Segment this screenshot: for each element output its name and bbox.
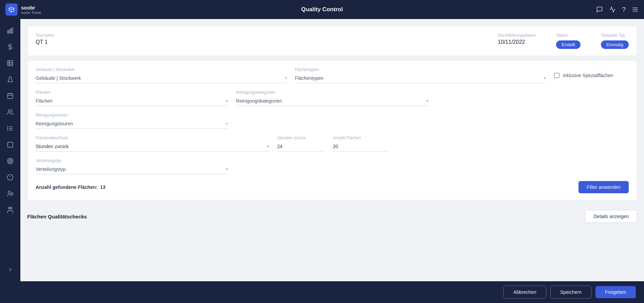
reinigungskategorien-chevron-icon: ▾ bbox=[426, 99, 428, 103]
tourname-value: QT 1 bbox=[36, 39, 498, 45]
sidebar-item-dollar[interactable] bbox=[3, 39, 18, 54]
svg-point-32 bbox=[8, 207, 11, 209]
verteilungstyp-select[interactable]: Verteilungstyp ▾ bbox=[36, 164, 228, 174]
reinigungstouren-field: Reinigungstouren Reinigungstouren ▾ bbox=[36, 113, 228, 129]
sidebar bbox=[0, 19, 20, 281]
verteilungstyp-chevron-icon: ▾ bbox=[226, 167, 228, 172]
details-anzeigen-button[interactable]: Details anzeigen bbox=[585, 210, 637, 223]
sidebar-item-team[interactable] bbox=[3, 105, 18, 120]
sidebar-item-list[interactable] bbox=[3, 121, 18, 136]
svg-rect-4 bbox=[10, 29, 11, 33]
chat-icon[interactable] bbox=[596, 6, 603, 13]
anzahl-gefundene-value: 13 bbox=[100, 184, 106, 190]
topbar: soobr soobr Tower Quality Control ? bbox=[0, 0, 644, 19]
reinigungskategorien-select[interactable]: Reinigungskategorien ▾ bbox=[236, 96, 428, 106]
content-area: Tourname QT 1 Durchführungsdatum 10/11/2… bbox=[20, 19, 644, 281]
svg-rect-3 bbox=[8, 31, 9, 33]
help-icon[interactable]: ? bbox=[622, 6, 626, 14]
flachen-placeholder: Flächen bbox=[36, 98, 53, 104]
logo-icon bbox=[5, 3, 18, 16]
template-typ-label: Template Typ bbox=[601, 33, 629, 38]
reinigungstouren-chevron-icon: ▾ bbox=[226, 121, 228, 126]
menu-icon[interactable] bbox=[632, 6, 639, 13]
sidebar-item-alert[interactable] bbox=[3, 170, 18, 185]
inkl-spezialflachen-label: inklusive Spezialflächen bbox=[563, 73, 613, 78]
inkl-spezialflachen-row: inklusive Spezialflächen bbox=[554, 70, 629, 81]
flachentypen-field: Flächentypen Flächentypen ▾ bbox=[295, 67, 546, 83]
stunden-zuruck-value[interactable]: 24 bbox=[277, 142, 325, 152]
verteilungstyp-placeholder: Verteilungstyp bbox=[36, 166, 66, 172]
svg-rect-22 bbox=[8, 142, 13, 147]
inkl-spezialflachen-checkbox[interactable] bbox=[554, 73, 559, 78]
flachen-field: Flächen Flächen ▾ bbox=[36, 90, 228, 106]
svg-rect-5 bbox=[12, 28, 13, 33]
flachen-qualitätschecks-section: Flächen Qualitätschecks Details anzeigen bbox=[27, 204, 637, 224]
logo: soobr soobr Tower bbox=[5, 3, 41, 16]
flachentypen-placeholder: Flächentypen bbox=[295, 75, 324, 81]
flachenabschluss-select[interactable]: Stunden zurück ▾ bbox=[36, 142, 269, 152]
svg-point-29 bbox=[8, 191, 11, 194]
flachentypen-chevron-icon: ▾ bbox=[544, 76, 546, 81]
gebaude-stockwerk-select[interactable]: Gebäude | Stockwerk ▾ bbox=[36, 73, 287, 83]
filter-anwenden-button[interactable]: Filter anwenden bbox=[578, 181, 629, 193]
svg-point-24 bbox=[8, 159, 12, 163]
sidebar-item-target[interactable] bbox=[3, 154, 18, 168]
sidebar-item-search-person[interactable] bbox=[3, 186, 18, 201]
flachen-select[interactable]: Flächen ▾ bbox=[36, 96, 228, 106]
tourname-section: Tourname QT 1 bbox=[36, 33, 498, 45]
sidebar-item-flask[interactable] bbox=[3, 72, 18, 87]
anzahl-flachen-value[interactable]: 20 bbox=[333, 142, 387, 152]
sidebar-item-group[interactable] bbox=[3, 202, 18, 217]
flachen-label: Flächen bbox=[36, 90, 228, 95]
gebaude-chevron-icon: ▾ bbox=[285, 76, 287, 81]
svg-rect-11 bbox=[8, 93, 13, 99]
durchfuhrungsdatum-field: Durchführungsdatum 10/11/2022 bbox=[498, 33, 536, 45]
reinigungstouren-label: Reinigungstouren bbox=[36, 113, 228, 118]
gebaude-stockwerk-field: Gebäude | Stockwerk Gebäude | Stockwerk … bbox=[36, 67, 287, 83]
svg-point-25 bbox=[10, 160, 11, 161]
svg-point-19 bbox=[7, 126, 8, 127]
tourname-label: Tourname bbox=[36, 33, 498, 38]
info-card: Tourname QT 1 Durchführungsdatum 10/11/2… bbox=[27, 26, 637, 56]
flachentypen-select[interactable]: Flächentypen ▾ bbox=[295, 73, 546, 83]
main-layout: Tourname QT 1 Durchführungsdatum 10/11/2… bbox=[0, 19, 644, 281]
sidebar-item-window[interactable] bbox=[3, 137, 18, 152]
verteilungstyp-field: Verteilungstyp Verteilungstyp ▾ bbox=[36, 158, 228, 174]
durchfuhrungsdatum-value: 10/11/2022 bbox=[498, 39, 536, 45]
template-typ-field: Template Typ Einmalig bbox=[601, 33, 629, 49]
durchfuhrungsdatum-label: Durchführungsdatum bbox=[498, 33, 536, 38]
sidebar-expand-button[interactable] bbox=[3, 262, 18, 277]
status-field: Status Erstellt bbox=[556, 33, 581, 49]
flachenabschluss-label: Flächenabschluss bbox=[36, 136, 269, 140]
flachen-chevron-icon: ▾ bbox=[226, 99, 228, 103]
svg-point-21 bbox=[7, 130, 8, 130]
freigeben-button[interactable]: Freigeben bbox=[595, 286, 636, 298]
sidebar-item-calendar[interactable] bbox=[3, 88, 18, 103]
svg-point-30 bbox=[11, 193, 13, 195]
filter-card: Gebäude | Stockwerk Gebäude | Stockwerk … bbox=[27, 60, 637, 200]
svg-point-15 bbox=[8, 110, 11, 112]
speichern-button[interactable]: Speichern bbox=[550, 286, 591, 299]
reinigungskategorien-label: Reinigungskategorien bbox=[236, 90, 428, 95]
svg-point-33 bbox=[10, 207, 12, 209]
sidebar-item-building[interactable] bbox=[3, 56, 18, 71]
anzahl-gefundene-label: Anzahl gefundene Flächen: bbox=[36, 184, 97, 190]
abbrechen-button[interactable]: Abbrechen bbox=[503, 286, 546, 299]
reinigungstouren-select[interactable]: Reinigungstouren ▾ bbox=[36, 119, 228, 129]
svg-point-20 bbox=[7, 128, 8, 129]
tourname-field: Tourname QT 1 bbox=[36, 33, 498, 45]
stunden-zuruck-field: Stunden zurück 24 bbox=[277, 136, 325, 152]
sidebar-item-barchart[interactable] bbox=[3, 23, 18, 38]
brand-subtitle: soobr Tower bbox=[21, 11, 41, 15]
anzahl-gefundene-text: Anzahl gefundene Flächen: 13 bbox=[36, 184, 105, 190]
activity-icon[interactable] bbox=[609, 6, 616, 13]
info-card-meta: Durchführungsdatum 10/11/2022 Status Ers… bbox=[498, 33, 629, 49]
svg-rect-7 bbox=[8, 61, 13, 66]
reinigungskategorien-field: Reinigungskategorien Reinigungskategorie… bbox=[236, 90, 428, 106]
flachenabschluss-field: Flächenabschluss Stunden zurück ▾ bbox=[36, 136, 269, 152]
stunden-zuruck-label: Stunden zurück bbox=[277, 136, 325, 140]
reinigungskategorien-placeholder: Reinigungskategorien bbox=[236, 98, 282, 104]
svg-point-23 bbox=[7, 158, 13, 164]
template-typ-badge: Einmalig bbox=[601, 40, 629, 49]
brand-name: soobr bbox=[21, 5, 41, 11]
